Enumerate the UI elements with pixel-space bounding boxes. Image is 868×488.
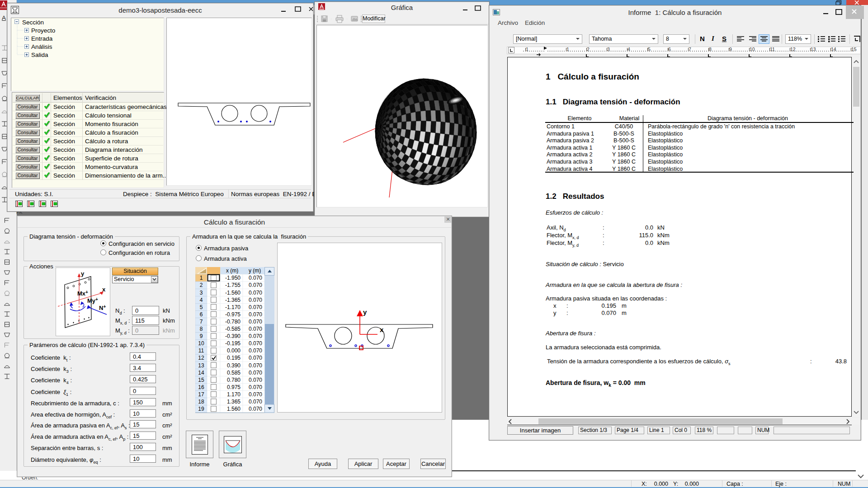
svg-text:0.070: 0.070: [249, 370, 262, 376]
svg-text:1.560: 1.560: [227, 406, 241, 412]
svg-text:0.000: 0.000: [227, 347, 241, 354]
svg-text:0.070: 0.070: [249, 377, 262, 383]
svg-text:15: 15: [198, 377, 204, 383]
svg-text:8: 8: [200, 326, 203, 332]
svg-text:y: y: [363, 308, 367, 316]
svg-text:-0.195: -0.195: [225, 340, 241, 347]
svg-text:13: 13: [198, 362, 204, 369]
svg-text:-0.585: -0.585: [225, 326, 241, 332]
svg-text:1: 1: [566, 47, 569, 52]
svg-text:0.070: 0.070: [249, 311, 262, 318]
svg-text:x: x: [102, 286, 106, 293]
svg-text:9: 9: [729, 47, 732, 52]
svg-text:0.070: 0.070: [249, 333, 262, 339]
svg-text:16: 16: [198, 384, 204, 390]
svg-text:0.070: 0.070: [249, 282, 262, 288]
svg-text:5: 5: [648, 47, 651, 52]
svg-text:19: 19: [198, 406, 204, 412]
svg-text:0.070: 0.070: [249, 384, 262, 390]
svg-text:7: 7: [200, 319, 203, 325]
svg-text:0.070: 0.070: [249, 290, 262, 296]
svg-text:y: y: [81, 270, 85, 277]
svg-text:11: 11: [770, 47, 775, 52]
svg-text:0.585: 0.585: [227, 370, 241, 376]
svg-text:-0.390: -0.390: [225, 333, 241, 339]
svg-text:0.390: 0.390: [227, 362, 241, 369]
svg-text:0.070: 0.070: [249, 275, 262, 281]
svg-text:10: 10: [198, 340, 204, 347]
svg-text:0.195: 0.195: [227, 355, 241, 361]
svg-text:0.070: 0.070: [249, 355, 262, 361]
svg-text:12: 12: [790, 47, 796, 52]
svg-text:1: 1: [200, 275, 203, 281]
svg-text:-1.755: -1.755: [225, 282, 241, 288]
svg-text:0.070: 0.070: [249, 362, 262, 369]
svg-text:15: 15: [851, 47, 857, 52]
svg-text:13: 13: [811, 47, 816, 52]
svg-text:0.070: 0.070: [249, 406, 262, 412]
svg-text:3: 3: [200, 290, 203, 296]
svg-text:y (m): y (m): [249, 267, 261, 274]
svg-text:0.070: 0.070: [249, 304, 262, 310]
svg-text:N+: N+: [99, 304, 106, 311]
svg-text:-1.950: -1.950: [225, 275, 241, 281]
svg-text:17: 17: [198, 391, 204, 398]
svg-text:8: 8: [709, 47, 712, 52]
svg-text:0.070: 0.070: [249, 399, 262, 405]
svg-text:My+: My+: [87, 297, 98, 304]
svg-text:1.170: 1.170: [227, 391, 241, 398]
svg-text:-0.780: -0.780: [225, 319, 241, 325]
svg-text:-1.365: -1.365: [225, 297, 241, 303]
svg-text:18: 18: [198, 399, 204, 405]
svg-text:-1.170: -1.170: [225, 304, 241, 310]
svg-text:14: 14: [831, 47, 836, 52]
svg-text:0.070: 0.070: [249, 297, 262, 303]
svg-text:14: 14: [198, 370, 204, 376]
svg-text:7: 7: [689, 47, 691, 52]
svg-text:-1.560: -1.560: [225, 290, 241, 296]
svg-text:2: 2: [587, 47, 590, 52]
svg-text:Mx+: Mx+: [77, 290, 88, 297]
svg-text:10: 10: [750, 47, 755, 52]
svg-text:1.365: 1.365: [227, 399, 241, 405]
svg-text:9: 9: [200, 333, 203, 339]
svg-text:0.780: 0.780: [227, 377, 241, 383]
svg-text:0.070: 0.070: [249, 340, 262, 347]
svg-text:0.070: 0.070: [249, 326, 262, 332]
svg-text:11: 11: [198, 347, 204, 354]
svg-text:0.070: 0.070: [249, 391, 262, 398]
svg-text:4: 4: [200, 297, 203, 303]
svg-text:x (m): x (m): [226, 267, 238, 274]
svg-text:5: 5: [200, 304, 203, 310]
svg-text:-0.975: -0.975: [225, 311, 241, 318]
svg-text:0.975: 0.975: [227, 384, 241, 390]
svg-text:3: 3: [607, 47, 610, 52]
svg-text:x: x: [380, 326, 384, 333]
svg-text:0.070: 0.070: [249, 347, 262, 354]
svg-text:6: 6: [668, 47, 671, 52]
svg-text:6: 6: [200, 311, 203, 318]
svg-text:4: 4: [627, 47, 630, 52]
svg-text:2: 2: [200, 282, 203, 288]
svg-text:0.070: 0.070: [249, 319, 262, 325]
svg-text:1: 1: [526, 47, 528, 52]
svg-text:12: 12: [198, 355, 204, 361]
